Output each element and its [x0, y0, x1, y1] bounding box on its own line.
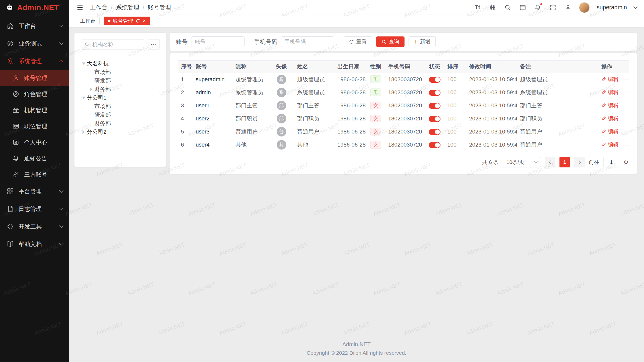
page-size-select[interactable]: 10条/页	[503, 157, 541, 167]
tab-account-management[interactable]: 账号管理 ×	[104, 17, 150, 25]
sidebar-item-role-management[interactable]: 角色管理	[0, 86, 69, 102]
sidebar-item-notice[interactable]: 通知公告	[0, 150, 69, 166]
column-header: 修改时间	[466, 61, 517, 73]
avatar[interactable]	[579, 2, 590, 13]
edit-button[interactable]: 编辑	[601, 141, 619, 148]
sidebar-item-log-management[interactable]: 日志管理	[0, 200, 69, 218]
page-size-value: 10条/页	[506, 159, 524, 166]
cell-name: 部门职员	[294, 112, 334, 125]
reset-button[interactable]: 重置	[344, 36, 372, 47]
breadcrumb-item[interactable]: 账号管理	[148, 4, 171, 11]
org-name-input[interactable]	[92, 41, 142, 48]
sidebar-item-account-management[interactable]: 账号管理	[0, 70, 69, 86]
sidebar-item-platform-management[interactable]: 平台管理	[0, 183, 69, 200]
sidebar-item-position-management[interactable]: 职位管理	[0, 118, 69, 134]
add-button[interactable]: + 新增	[409, 36, 436, 47]
edit-button[interactable]: 编辑	[601, 76, 619, 83]
tree-node[interactable]: 市场部	[81, 68, 159, 76]
row-more-button[interactable]: ⋯	[623, 142, 629, 148]
row-more-button[interactable]: ⋯	[623, 89, 629, 96]
notification-bell-icon[interactable]	[534, 4, 542, 12]
language-icon[interactable]	[489, 4, 497, 12]
sidebar-item-system-management[interactable]: 系统管理	[0, 52, 69, 70]
toggle-knob	[435, 116, 440, 121]
tree-node[interactable]: 市场部	[81, 102, 159, 111]
status-toggle[interactable]	[429, 142, 440, 148]
close-icon[interactable]: ×	[143, 18, 146, 24]
tab-workbench[interactable]: 工作台	[76, 17, 100, 25]
status-toggle[interactable]	[429, 129, 440, 135]
next-page-button[interactable]	[574, 157, 585, 167]
username[interactable]: superadmin	[597, 4, 627, 11]
sidebar-item-dev-tools[interactable]: 开发工具	[0, 218, 69, 235]
sidebar-item-third-party-account[interactable]: 三方账号	[0, 166, 69, 183]
tree-node[interactable]: 分公司2	[81, 128, 159, 136]
tree-node[interactable]: 财务部	[81, 119, 159, 128]
row-more-button[interactable]: ⋯	[623, 76, 629, 83]
tree-node[interactable]: 研发部	[81, 76, 159, 85]
status-toggle[interactable]	[429, 90, 440, 96]
edit-button[interactable]: 编辑	[601, 128, 619, 135]
cell-remark: 部门职员	[517, 112, 598, 125]
prev-page-button[interactable]	[545, 157, 555, 167]
phone-input[interactable]	[281, 36, 334, 47]
user-outline-icon[interactable]	[564, 4, 572, 12]
cell-modified-time: 2023-01-03 10:59:44	[466, 112, 517, 125]
column-header: 性别	[366, 61, 385, 73]
cell-order: 100	[444, 138, 466, 151]
caret-right-icon[interactable]	[83, 130, 85, 134]
tree-node[interactable]: 财务部	[81, 85, 159, 94]
caret-right-icon[interactable]	[90, 87, 92, 91]
sidebar-item-label: 三方账号	[24, 171, 63, 178]
goto-label: 前往	[589, 159, 599, 166]
edit-icon	[601, 142, 606, 147]
sidebar-item-personal-center[interactable]: 个人中心	[0, 134, 69, 150]
row-more-button[interactable]: ⋯	[623, 128, 629, 135]
edit-button[interactable]: 编辑	[601, 115, 619, 122]
page-1-button[interactable]: 1	[559, 157, 570, 167]
breadcrumb-item[interactable]: 系统管理	[116, 4, 139, 11]
tree-node[interactable]: 大名科技	[81, 59, 159, 68]
tree-node-label: 研发部	[94, 77, 111, 84]
tree-node[interactable]: 研发部	[81, 111, 159, 119]
chevron-down-icon	[59, 206, 64, 210]
search-icon[interactable]	[504, 4, 512, 12]
caret-down-icon[interactable]	[82, 97, 86, 99]
cell-nickname: 普通用户	[232, 125, 269, 138]
sidebar-item-help-docs[interactable]: 帮助文档	[0, 235, 69, 253]
page-unit-label: 页	[623, 159, 629, 166]
edit-icon	[601, 103, 606, 108]
cell-nickname: 部门职员	[232, 112, 269, 125]
edit-button[interactable]: 编辑	[601, 102, 619, 109]
font-size-icon[interactable]: Tt	[473, 4, 481, 12]
tree-node[interactable]: 分公司1	[81, 94, 159, 102]
row-more-button[interactable]: ⋯	[623, 115, 629, 122]
tree-more-button[interactable]: ⋯	[148, 39, 159, 50]
chevron-up-icon	[59, 60, 64, 64]
logo[interactable]: Admin.NET	[0, 0, 69, 15]
sidebar-item-workbench[interactable]: 工作台	[0, 17, 69, 35]
search-button[interactable]: 查询	[376, 36, 405, 47]
status-toggle[interactable]	[429, 116, 440, 122]
caret-down-icon[interactable]	[82, 63, 86, 65]
edit-button[interactable]: 编辑	[601, 89, 619, 96]
breadcrumb-item[interactable]: 工作台	[90, 4, 107, 11]
hamburger-menu-icon[interactable]	[76, 4, 84, 12]
sidebar-item-org-management[interactable]: 机构管理	[0, 102, 69, 118]
status-toggle[interactable]	[429, 77, 440, 83]
sidebar-item-label: 系统管理	[19, 57, 60, 65]
fullscreen-icon[interactable]	[549, 4, 557, 12]
sidebar-item-business-test[interactable]: 业务测试	[0, 35, 69, 52]
status-toggle[interactable]	[429, 103, 440, 109]
cell-modified-time: 2023-01-03 10:59:44	[466, 99, 517, 112]
goto-page-input[interactable]	[603, 157, 619, 167]
code-icon	[6, 222, 15, 231]
cell-account: user3	[193, 125, 232, 138]
account-input[interactable]	[191, 36, 245, 47]
chevron-down-icon[interactable]	[633, 5, 638, 9]
refresh-icon[interactable]	[136, 19, 140, 23]
account-label: 账号	[176, 38, 188, 46]
row-more-button[interactable]: ⋯	[623, 102, 629, 109]
theme-layout-icon[interactable]	[519, 4, 527, 12]
cell-account: user1	[193, 99, 232, 112]
